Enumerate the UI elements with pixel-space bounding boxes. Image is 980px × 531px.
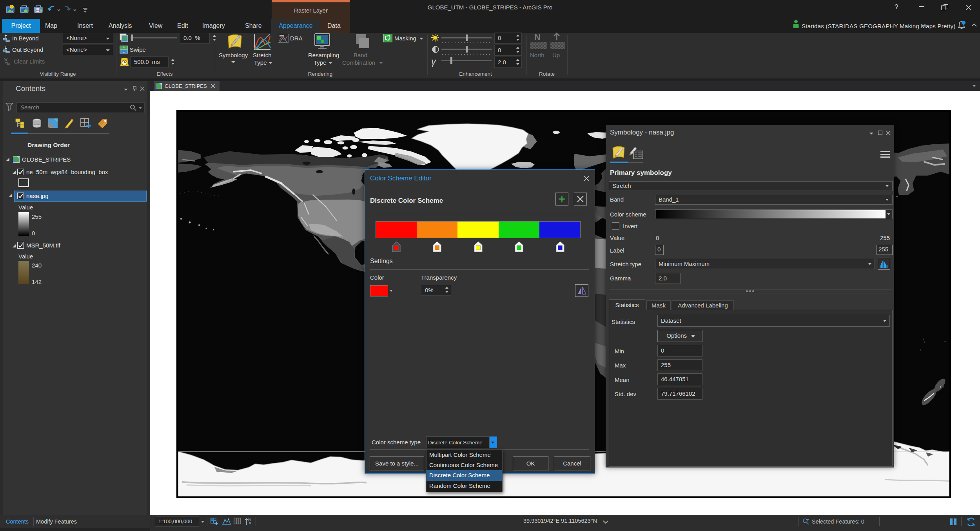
- svg-text:N: N: [248, 518, 251, 522]
